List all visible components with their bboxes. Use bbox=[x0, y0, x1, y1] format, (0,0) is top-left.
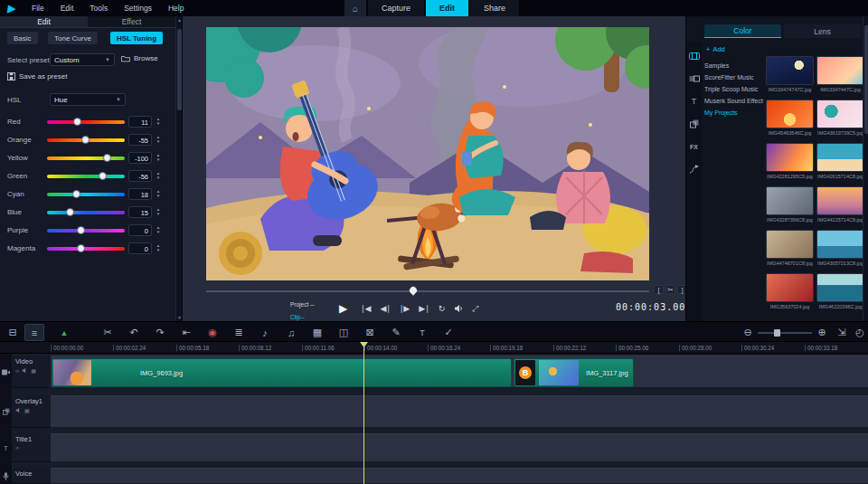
speaker-icon[interactable] bbox=[15, 407, 22, 413]
previous-frame-button[interactable]: ◀∣ bbox=[380, 301, 390, 316]
library-item-thumbnail[interactable] bbox=[816, 230, 864, 259]
orange-slider-track[interactable] bbox=[47, 138, 125, 142]
magenta-value-field[interactable]: 0 bbox=[128, 242, 152, 254]
zoom-slider[interactable] bbox=[758, 332, 812, 334]
music-library-icon[interactable]: ♫ bbox=[281, 324, 301, 341]
overlay1-track-header[interactable]: Overlay1 ▦ bbox=[12, 395, 51, 428]
folder-triple-scoop[interactable]: Triple Scoop Music bbox=[704, 83, 764, 94]
zoom-in-icon[interactable]: ⊕ bbox=[812, 324, 832, 341]
speaker-icon[interactable] bbox=[22, 367, 28, 374]
title-category-icon[interactable]: T bbox=[688, 96, 700, 107]
red-value-stepper[interactable]: ▲▼ bbox=[154, 116, 163, 128]
library-item-thumbnail[interactable] bbox=[766, 100, 814, 128]
timeline-clip[interactable]: IMG_9693.jpg bbox=[52, 358, 512, 387]
yellow-value-field[interactable]: -100 bbox=[128, 152, 152, 164]
green-value-stepper[interactable]: ▲▼ bbox=[154, 170, 163, 182]
yellow-slider-handle[interactable] bbox=[103, 154, 111, 162]
library-item-thumbnail[interactable] bbox=[766, 273, 814, 302]
project-duration-icon[interactable]: ◴ bbox=[850, 324, 868, 341]
save-as-preset-button[interactable]: Save as preset bbox=[7, 72, 67, 81]
next-frame-button[interactable]: ∣▶ bbox=[400, 301, 410, 316]
library-item-thumbnail[interactable] bbox=[816, 143, 864, 172]
library-item-thumbnail[interactable] bbox=[766, 143, 814, 172]
scroll-down-icon[interactable]: ▼ bbox=[176, 314, 183, 321]
apply-check-icon[interactable]: ✓ bbox=[439, 324, 458, 341]
subtitle-editor-icon[interactable]: ✎ bbox=[386, 324, 406, 341]
blue-value-field[interactable]: 15 bbox=[128, 206, 152, 218]
repeat-button[interactable]: ↻ bbox=[439, 301, 446, 316]
panel-tab-edit[interactable]: Edit bbox=[0, 16, 88, 28]
playhead[interactable] bbox=[363, 342, 364, 484]
subtab-hsl-tuning[interactable]: HSL Tuning bbox=[110, 32, 163, 44]
go-to-end-button[interactable]: ▶∣ bbox=[419, 301, 429, 316]
media-category-icon[interactable] bbox=[688, 51, 700, 62]
preset-dropdown[interactable]: Custom ▼ bbox=[50, 53, 115, 66]
link-icon[interactable]: ∞ bbox=[15, 445, 19, 451]
orange-value-field[interactable]: -55 bbox=[128, 134, 152, 146]
title-tool-icon[interactable]: T bbox=[412, 324, 432, 341]
tab-share[interactable]: Share bbox=[470, 0, 519, 16]
folder-scorefitter[interactable]: ScoreFitter Music bbox=[704, 71, 764, 82]
preview-player[interactable] bbox=[206, 27, 649, 280]
redo-icon[interactable]: ↷ bbox=[150, 324, 170, 341]
menu-tools[interactable]: Tools bbox=[81, 0, 116, 16]
storyboard-view-icon[interactable]: ⊟ bbox=[3, 324, 23, 341]
link-icon[interactable]: ∞ bbox=[15, 368, 19, 374]
library-tab-lens[interactable]: Lens bbox=[784, 24, 861, 38]
purple-slider-track[interactable] bbox=[47, 229, 125, 233]
play-button[interactable]: ▶ bbox=[339, 301, 347, 316]
library-item-thumbnail[interactable] bbox=[816, 186, 864, 215]
zoom-out-icon[interactable]: ⊖ bbox=[738, 324, 758, 341]
yellow-slider-track[interactable] bbox=[47, 157, 125, 160]
transition-category-icon[interactable] bbox=[688, 73, 700, 84]
purple-value-stepper[interactable]: ▲▼ bbox=[154, 224, 163, 236]
library-scrollbar[interactable] bbox=[863, 16, 868, 321]
volume-button[interactable] bbox=[454, 301, 463, 316]
library-item-thumbnail[interactable] bbox=[816, 273, 864, 302]
track-filter-icon[interactable]: ▦ bbox=[24, 407, 30, 413]
seek-bar[interactable] bbox=[206, 287, 649, 296]
title1-track-row[interactable] bbox=[51, 433, 868, 462]
magenta-slider-handle[interactable] bbox=[77, 244, 85, 252]
trim-icon[interactable]: ⇤ bbox=[176, 324, 196, 341]
green-slider-handle[interactable] bbox=[99, 172, 107, 180]
library-item-thumbnail[interactable] bbox=[816, 56, 864, 85]
fx-category-icon[interactable]: FX bbox=[688, 141, 700, 152]
blue-slider-track[interactable] bbox=[47, 211, 125, 214]
green-slider-track[interactable] bbox=[47, 175, 125, 178]
voice-track-header[interactable]: Voice bbox=[12, 468, 51, 484]
enlarge-preview-button[interactable]: ⤢ bbox=[472, 301, 478, 316]
fit-timeline-icon[interactable]: ⇲ bbox=[832, 324, 852, 341]
chapter-marker-icon[interactable]: ▲ bbox=[54, 324, 74, 341]
cyan-value-field[interactable]: 18 bbox=[128, 188, 152, 200]
cyan-slider-handle[interactable] bbox=[72, 190, 80, 198]
orange-value-stepper[interactable]: ▲▼ bbox=[154, 134, 163, 146]
panel-tab-effect[interactable]: Effect bbox=[88, 16, 175, 28]
panel-scrollbar[interactable]: ▲ ▼ bbox=[175, 16, 182, 321]
timeline-view-icon[interactable]: ≡ bbox=[24, 324, 44, 341]
menu-settings[interactable]: Settings bbox=[116, 0, 160, 16]
seek-handle[interactable] bbox=[409, 285, 419, 295]
subtab-basic[interactable]: Basic bbox=[7, 32, 38, 44]
menu-file[interactable]: File bbox=[24, 0, 52, 16]
green-value-field[interactable]: -56 bbox=[128, 170, 152, 182]
scroll-up-icon[interactable]: ▲ bbox=[176, 16, 183, 24]
folder-my-projects[interactable]: My Projects bbox=[704, 107, 764, 118]
mask-creator-icon[interactable]: ⊠ bbox=[360, 324, 380, 341]
go-to-start-button[interactable]: ∣◀ bbox=[361, 301, 371, 316]
timeline-clip[interactable]: B IMG_3117.jpg bbox=[514, 358, 634, 387]
red-value-field[interactable]: 11 bbox=[128, 116, 152, 128]
red-slider-track[interactable] bbox=[47, 120, 125, 124]
yellow-value-stepper[interactable]: ▲▼ bbox=[154, 152, 163, 164]
track-manager-icon[interactable]: ▦ bbox=[307, 324, 327, 341]
timecode-display[interactable]: 00:00:03.00 bbox=[616, 302, 685, 312]
library-item-thumbnail[interactable] bbox=[766, 230, 814, 259]
video-track-header[interactable]: Video ∞ ▦ bbox=[12, 356, 51, 388]
folder-samples[interactable]: Samples bbox=[704, 60, 764, 71]
mark-in-icon[interactable]: [ bbox=[654, 285, 664, 294]
add-folder-button[interactable]: + Add bbox=[706, 45, 725, 53]
home-button[interactable]: ⌂ bbox=[344, 0, 366, 16]
record-capture-icon[interactable]: ◉ bbox=[203, 324, 222, 341]
track-filter-icon[interactable]: ▦ bbox=[31, 367, 36, 374]
folder-muserk[interactable]: Muserk Sound Effect bbox=[704, 95, 764, 106]
